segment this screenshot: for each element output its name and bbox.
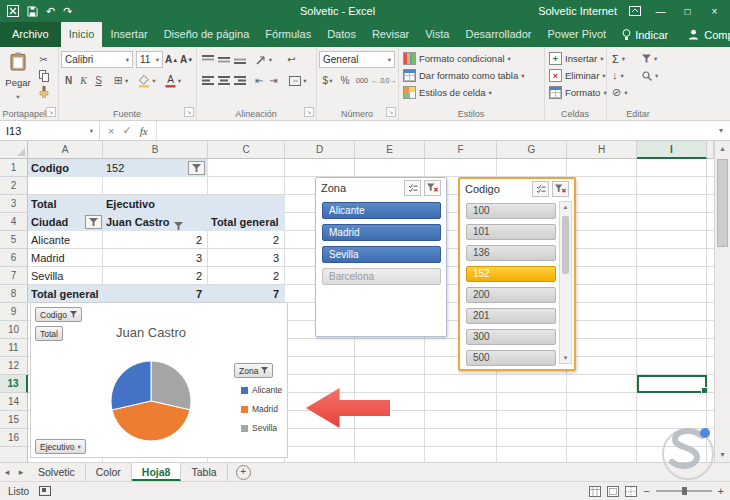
increase-font-size-button[interactable]: A▲ — [164, 52, 179, 67]
cell-a5[interactable]: Alicante — [28, 231, 103, 249]
sheet-nav-left-icon[interactable]: ◂ — [0, 463, 14, 481]
sheet-nav-right-icon[interactable]: ▸ — [14, 463, 28, 481]
slicer-item-sevilla[interactable]: Sevilla — [322, 246, 441, 263]
font-size-select[interactable]: 11▾ — [136, 51, 163, 68]
column-header-e[interactable]: E — [355, 141, 425, 159]
save-icon[interactable] — [27, 6, 38, 17]
sort-filter-button[interactable]: ▾ — [642, 51, 657, 66]
cell-a8[interactable]: Total general — [28, 285, 113, 303]
dialog-launcher-icon[interactable]: ↘ — [386, 107, 396, 117]
cell-a6[interactable]: Madrid — [28, 249, 103, 267]
slicer-item-madrid[interactable]: Madrid — [322, 224, 441, 241]
clear-button[interactable]: ⊘▾ — [612, 85, 627, 100]
underline-button[interactable]: S — [91, 73, 106, 88]
zoom-in-icon[interactable]: + — [718, 486, 724, 497]
row-header-2[interactable]: 2 — [0, 177, 28, 195]
legend-item-madrid[interactable]: Madrid — [241, 404, 278, 414]
cell-c6[interactable]: 3 — [208, 249, 282, 267]
sheet-tab-hoja8[interactable]: Hoja8 — [132, 463, 182, 481]
tab-desarrollador[interactable]: Desarrollador — [457, 22, 539, 47]
row-header-4[interactable]: 4 — [0, 213, 28, 231]
sheet-tab-solvetic[interactable]: Solvetic — [28, 463, 86, 481]
column-header-b[interactable]: B — [103, 141, 208, 159]
tab-archivo[interactable]: Archivo — [0, 22, 61, 47]
pivot-chart[interactable]: Codigo Total Juan Castro Zona Alicante M… — [30, 302, 288, 458]
normal-view-icon[interactable] — [589, 486, 601, 497]
slicer-item-100[interactable]: 100 — [466, 203, 556, 219]
cell-a3[interactable]: Total — [28, 195, 103, 213]
decrease-decimal-button[interactable]: .0→ — [384, 73, 396, 88]
slicer-item-barcelona[interactable]: Barcelona — [322, 268, 441, 285]
cell-b4[interactable]: Juan Castro — [103, 213, 183, 231]
cell-c7[interactable]: 2 — [208, 267, 282, 285]
page-layout-view-icon[interactable] — [607, 486, 619, 497]
sheet-tab-tabla[interactable]: Tabla — [181, 463, 227, 481]
align-center-button[interactable] — [216, 73, 231, 88]
cancel-entry-icon[interactable]: × — [108, 125, 114, 137]
currency-format-button[interactable]: $▾ — [319, 73, 336, 88]
active-cell-selection[interactable] — [637, 375, 707, 393]
insert-cells-button[interactable]: +Insertar▾ — [549, 51, 603, 66]
copy-button[interactable] — [36, 68, 51, 83]
clear-filter-icon[interactable] — [424, 180, 441, 196]
page-break-view-icon[interactable] — [625, 486, 637, 497]
column-header-partial[interactable] — [707, 141, 714, 159]
borders-button[interactable]: ⊞▾ — [110, 73, 132, 88]
scroll-up-icon[interactable]: ▴ — [560, 203, 571, 211]
cell-b5[interactable]: 2 — [103, 231, 205, 249]
scroll-down-icon[interactable]: ▾ — [560, 354, 571, 362]
cell-b1[interactable]: 152 — [103, 159, 183, 177]
row-header-3[interactable]: 3 — [0, 195, 28, 213]
percent-format-button[interactable]: % — [339, 73, 351, 88]
cell-c8[interactable]: 7 — [208, 285, 282, 303]
cell-b3[interactable]: Ejecutivo — [103, 195, 203, 213]
column-header-f[interactable]: F — [425, 141, 497, 159]
zoom-slider[interactable] — [656, 490, 712, 492]
maximize-button[interactable]: □ — [680, 6, 695, 17]
zoom-slider-thumb[interactable] — [682, 487, 687, 495]
slicer-item-136[interactable]: 136 — [466, 245, 556, 261]
slicer-item-alicante[interactable]: Alicante — [322, 202, 441, 219]
row-header-8[interactable]: 8 — [0, 285, 28, 303]
cell-styles-button[interactable]: Estilos de celda▾ — [403, 85, 492, 100]
zoom-out-icon[interactable]: − — [643, 486, 649, 497]
slicer-item-201[interactable]: 201 — [466, 308, 556, 324]
cell-a4[interactable]: Ciudad — [28, 213, 86, 231]
row-header-10[interactable]: 10 — [0, 321, 28, 339]
row-header-16[interactable]: 16 — [0, 429, 28, 447]
slicer-scrollbar[interactable]: ▴ ▾ — [559, 201, 572, 364]
pie-slice-alicante[interactable] — [111, 361, 151, 410]
slicer-zona[interactable]: Zona Alicante Madrid Sevilla Barcelona — [315, 177, 447, 337]
redo-icon[interactable]: ↷ — [63, 6, 72, 17]
row-header-partial[interactable] — [0, 447, 28, 462]
column-header-i[interactable]: I — [637, 141, 707, 159]
column-header-h[interactable]: H — [567, 141, 637, 159]
chart-field-button-zona[interactable]: Zona — [234, 363, 273, 378]
scrollbar-thumb[interactable] — [562, 216, 569, 274]
row-header-6[interactable]: 6 — [0, 249, 28, 267]
paste-button[interactable]: Pegar ▾ — [3, 50, 33, 103]
sheet-tab-color[interactable]: Color — [86, 463, 132, 481]
expand-formula-bar-icon[interactable]: ▾ — [712, 126, 730, 135]
slicer-item-500[interactable]: 500 — [466, 350, 556, 366]
new-sheet-button[interactable]: + — [236, 465, 251, 480]
confirm-entry-icon[interactable]: ✓ — [122, 124, 131, 137]
tab-inicio[interactable]: Inicio — [61, 22, 103, 47]
chart-field-button-ejecutivo[interactable]: Ejecutivo▾ — [35, 439, 86, 454]
name-box[interactable]: I13▾ — [0, 121, 100, 140]
undo-icon[interactable]: ↶ — [46, 6, 55, 17]
chart-title[interactable]: Juan Castro — [61, 325, 241, 340]
insert-function-button[interactable]: fx — [140, 125, 148, 137]
bold-button[interactable]: N — [61, 73, 76, 88]
vertical-scrollbar[interactable]: ▴ ▾ — [714, 141, 730, 462]
column-header-g[interactable]: G — [497, 141, 567, 159]
orientation-button[interactable]: ▾ — [254, 52, 274, 67]
slicer-item-200[interactable]: 200 — [466, 287, 556, 303]
cell-a1[interactable]: Codigo — [28, 159, 103, 177]
select-all-corner[interactable] — [0, 141, 28, 159]
slicer-item-101[interactable]: 101 — [466, 224, 556, 240]
decrease-indent-button[interactable]: ⇤ — [252, 73, 267, 88]
font-color-button[interactable]: A ▾ — [162, 73, 184, 88]
share-button[interactable]: Compartir — [676, 22, 730, 47]
formula-input[interactable] — [157, 121, 712, 140]
